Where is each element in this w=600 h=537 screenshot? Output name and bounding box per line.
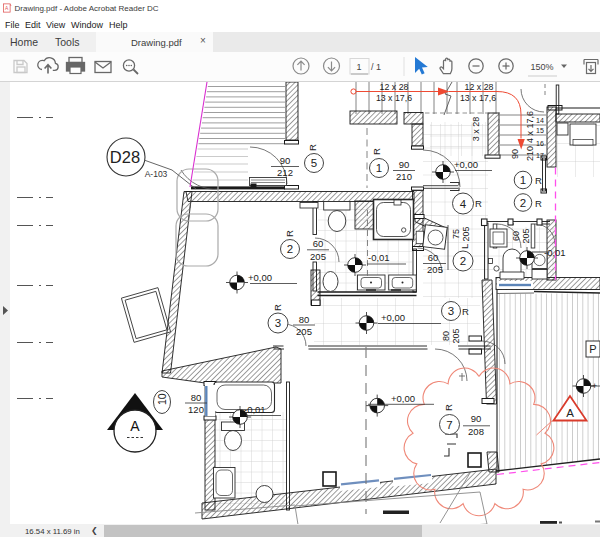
- svg-text:2: 2: [287, 243, 293, 255]
- svg-text:2: 2: [460, 255, 466, 267]
- svg-text:205: 205: [296, 326, 312, 337]
- svg-text:4 x 17,6: 4 x 17,6: [525, 111, 535, 143]
- svg-text:212: 212: [277, 167, 293, 178]
- svg-text:A: A: [130, 418, 140, 434]
- svg-text:-0,01: -0,01: [544, 247, 566, 258]
- svg-text:R: R: [284, 230, 295, 237]
- svg-text:13 x 17,6: 13 x 17,6: [460, 93, 496, 103]
- svg-text:75: 75: [451, 229, 461, 239]
- svg-text:205: 205: [461, 226, 471, 241]
- svg-text:-0,01: -0,01: [244, 404, 266, 415]
- svg-text:16: 16: [536, 140, 544, 147]
- svg-text:1: 1: [356, 62, 361, 72]
- svg-text:210: 210: [396, 171, 412, 182]
- svg-text:90: 90: [280, 155, 291, 166]
- svg-text:205: 205: [451, 328, 461, 343]
- svg-text:1: 1: [376, 162, 382, 174]
- svg-text:150%: 150%: [530, 62, 553, 72]
- svg-text:80: 80: [191, 392, 202, 403]
- svg-text:4: 4: [460, 198, 467, 210]
- svg-text:15: 15: [536, 127, 544, 134]
- svg-text:+0,00: +0,00: [391, 393, 415, 404]
- svg-text:5: 5: [311, 157, 317, 169]
- svg-text:205: 205: [310, 251, 326, 262]
- svg-text:3: 3: [448, 305, 454, 317]
- svg-text:R: R: [475, 198, 482, 209]
- svg-text:3: 3: [275, 317, 281, 329]
- svg-text:R: R: [535, 198, 542, 209]
- svg-text:D28: D28: [110, 148, 140, 166]
- svg-text:P: P: [589, 343, 596, 355]
- svg-text:60: 60: [428, 252, 439, 263]
- svg-text:12 x 28: 12 x 28: [465, 82, 494, 92]
- svg-text:R: R: [535, 175, 542, 186]
- svg-text:208: 208: [468, 426, 484, 437]
- svg-text:12 x 28: 12 x 28: [380, 82, 409, 92]
- svg-text:R: R: [462, 306, 469, 317]
- svg-text:-0,01: -0,01: [368, 252, 390, 263]
- svg-text:14: 14: [536, 117, 544, 124]
- svg-text:90: 90: [399, 159, 410, 170]
- svg-text:+0,00: +0,00: [454, 159, 478, 170]
- svg-text:60: 60: [313, 238, 324, 249]
- svg-text:+0,00: +0,00: [248, 272, 272, 283]
- svg-text:R: R: [272, 304, 283, 311]
- svg-text:R: R: [443, 404, 454, 411]
- svg-text:205: 205: [427, 264, 443, 275]
- svg-text:205: 205: [521, 228, 531, 243]
- svg-text:R: R: [371, 148, 382, 155]
- svg-text:90: 90: [510, 149, 520, 159]
- svg-text:/ 1: / 1: [371, 62, 381, 72]
- svg-text:10: 10: [156, 393, 168, 405]
- svg-text:2: 2: [520, 197, 526, 209]
- svg-text:A-103: A-103: [145, 169, 168, 179]
- svg-text:A: A: [566, 407, 574, 419]
- svg-text:13 x 17,6: 13 x 17,6: [376, 93, 412, 103]
- svg-text:+0,00: +0,00: [381, 312, 405, 323]
- svg-text:7: 7: [446, 419, 452, 431]
- svg-text:3 x 28: 3 x 28: [471, 117, 481, 142]
- svg-text:80: 80: [441, 331, 451, 341]
- svg-text:90: 90: [471, 413, 482, 424]
- svg-text:1: 1: [520, 174, 526, 186]
- svg-text:R: R: [307, 144, 318, 151]
- svg-text:L: L: [459, 244, 470, 249]
- svg-text:210: 210: [525, 146, 535, 161]
- svg-text:60: 60: [511, 231, 521, 241]
- svg-text:120: 120: [188, 404, 204, 415]
- svg-text:17: 17: [536, 152, 544, 159]
- svg-text:80: 80: [299, 314, 310, 325]
